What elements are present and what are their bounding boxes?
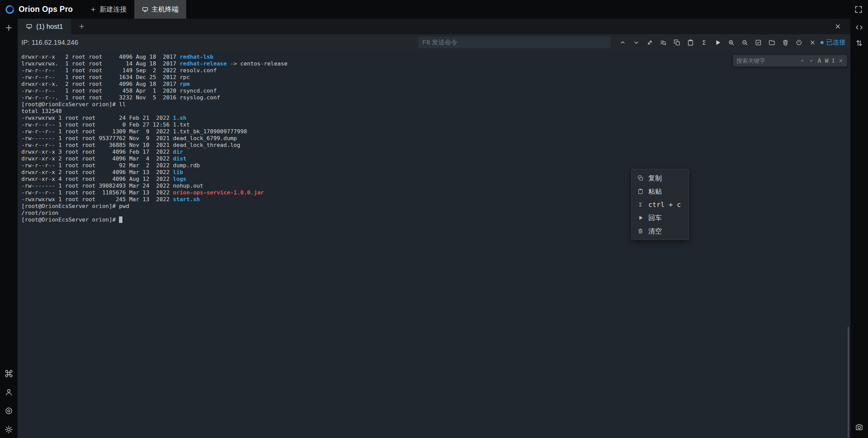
terminal-line: -rw------- 1 root root 39082493 Mar 24 2… [21, 183, 850, 189]
shortcut-keys-button[interactable] [4, 369, 13, 378]
terminal-toolbar: IP: 116.62.194.246 已连接 [18, 34, 850, 51]
settings-button[interactable] [4, 425, 13, 434]
command-snippets-button[interactable] [855, 23, 864, 32]
context-menu-item-paste[interactable]: 粘贴 [632, 185, 689, 198]
play-icon [714, 39, 721, 46]
context-menu: 复制粘贴ctrl + c回车清空 [631, 169, 689, 240]
terminal-line: -rwxrwxrwx 1 root root 245 Mar 13 2022 s… [21, 196, 850, 203]
open-new-window-button[interactable] [645, 38, 654, 47]
terminal[interactable]: drwxr-xr-x 2 root root 4096 Aug 18 2017 … [18, 51, 850, 438]
left-rail [0, 19, 18, 438]
upload-download-button[interactable] [855, 39, 864, 47]
connected-dot [821, 41, 824, 44]
connection-status: 已连接 [821, 38, 846, 47]
match-case-toggle[interactable]: A [818, 58, 821, 64]
user-icon [4, 388, 13, 397]
close-icon [809, 39, 816, 46]
scroll-to-bottom-button[interactable] [632, 38, 641, 47]
zoom-out-icon [741, 39, 748, 46]
monitor-icon [26, 23, 33, 30]
connection-status-label: 已连接 [826, 38, 846, 47]
power-icon [795, 39, 803, 46]
terminal-line: [root@OrionEcsServer orion]# pwd [21, 203, 850, 210]
code-icon [855, 23, 864, 32]
sigma-icon [701, 39, 708, 46]
regex-toggle[interactable]: I [832, 58, 834, 64]
context-menu-label: 复制 [648, 175, 662, 182]
plus-icon [78, 23, 85, 30]
paste-icon [637, 188, 644, 194]
paste-button[interactable] [686, 38, 695, 47]
zoom-out-button[interactable] [740, 38, 749, 47]
close-all-button[interactable] [834, 23, 842, 30]
tab-host1[interactable]: (1) host1 [18, 19, 71, 34]
orion-logo-icon [5, 4, 15, 15]
close-icon [834, 23, 842, 30]
search-close-button[interactable] [838, 58, 844, 63]
terminal-line: -rw-r--r-- 1 root root 458 Apr 1 2020 rs… [21, 88, 850, 94]
tab-label: (1) host1 [36, 23, 63, 31]
close-terminal-button[interactable] [808, 38, 817, 47]
terminal-line: drwxr-xr-x. 2 root root 4096 Aug 18 2017… [21, 81, 850, 88]
new-tab-button[interactable] [78, 23, 85, 30]
file-manager-button[interactable] [767, 38, 776, 47]
context-menu-label: 回车 [648, 214, 662, 221]
send-enter-button[interactable] [713, 38, 722, 47]
app-title: Orion Ops Pro [19, 5, 73, 14]
nav-new-connection[interactable]: 新建连接 [82, 0, 134, 19]
terminal-output: drwxr-xr-x 2 root root 4096 Aug 18 2017 … [21, 54, 850, 223]
screenshot-button[interactable] [855, 423, 864, 432]
disconnect-button[interactable] [794, 38, 804, 47]
search-list-icon [660, 39, 667, 46]
terminal-line: -rw-r--r-- 1 root root 92 Mar 2 2022 dum… [21, 162, 850, 169]
context-menu-item-enter[interactable]: 回车 [632, 211, 689, 224]
trash-icon [782, 39, 789, 46]
context-menu-label: 粘贴 [648, 188, 662, 195]
context-menu-item-copy[interactable]: 复制 [632, 171, 689, 185]
plus-icon [4, 23, 14, 33]
terminal-line: -rw-r--r--. 1 root root 3232 Nov 5 2016 … [21, 94, 850, 101]
add-terminal-button[interactable] [4, 23, 14, 33]
terminal-line: [root@OrionEcsServer orion]# ll [21, 101, 850, 108]
tabstrip: (1) host1 [18, 19, 850, 34]
command-search-button[interactable] [659, 38, 668, 47]
check-square-icon [755, 39, 762, 46]
search-next-button[interactable] [809, 58, 814, 63]
terminal-line: -rw-r--r-- 1 root root 0 Feb 27 12:56 1.… [21, 121, 850, 128]
scroll-to-top-button[interactable] [618, 38, 627, 47]
terminal-scrollbar[interactable] [848, 327, 849, 438]
select-mode-button[interactable] [754, 38, 763, 47]
copy-icon [673, 39, 680, 46]
brand: Orion Ops Pro [5, 4, 73, 15]
whole-word-toggle[interactable]: W [825, 58, 828, 64]
play-icon [637, 215, 644, 221]
app-window: Orion Ops Pro 新建连接 主机终端 [0, 0, 868, 438]
context-menu-item-ctrl-c[interactable]: ctrl + c [632, 198, 689, 211]
nav-host-terminal[interactable]: 主机终端 [134, 0, 186, 19]
context-menu-label: 清空 [648, 228, 662, 234]
ctrl-c-button[interactable] [699, 38, 709, 47]
context-menu-item-clear[interactable]: 清空 [632, 224, 689, 237]
terminal-line: -rw------- 1 root root 95377762 Nov 9 20… [21, 135, 850, 142]
terminal-line: -rw-r--r-- 1 root root 1634 Dec 25 2012 … [21, 74, 850, 81]
monitor-icon [142, 6, 149, 13]
right-rail [850, 19, 868, 438]
fullscreen-button[interactable] [854, 5, 863, 14]
search-prev-button[interactable] [800, 58, 805, 63]
paste-icon [687, 39, 694, 46]
camera-icon [855, 423, 864, 432]
copy-button[interactable] [672, 38, 682, 47]
terminal-line: -rw-r--r-- 1 root root 149 Sep 2 2022 re… [21, 67, 850, 74]
search-input[interactable] [736, 57, 797, 64]
close-icon [838, 58, 844, 63]
user-button[interactable] [4, 388, 13, 397]
clear-screen-button[interactable] [781, 38, 790, 47]
terminal-line: [root@OrionEcsServer orion]# [21, 216, 850, 223]
zoom-in-button[interactable] [727, 38, 736, 47]
expand-icon [646, 39, 653, 46]
theme-button[interactable] [4, 406, 13, 415]
chevron-up-icon [619, 39, 626, 46]
terminal-line: -rw-r--r-- 1 root root 1185676 Mar 13 20… [21, 189, 850, 196]
send-command-input[interactable] [418, 37, 611, 48]
gear-icon [4, 425, 13, 434]
